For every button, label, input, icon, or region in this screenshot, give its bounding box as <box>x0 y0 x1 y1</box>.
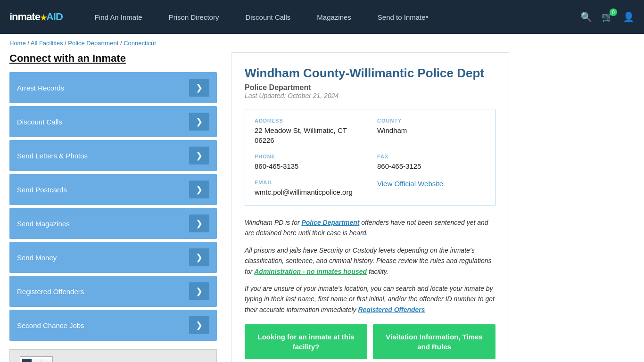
sidebar-btn-send-postcards[interactable]: Send Postcards ❯ <box>9 174 217 205</box>
county-value: Windham <box>377 125 486 135</box>
nav-discount-calls[interactable]: Discount Calls <box>232 0 304 34</box>
phone-block: PHONE 860-465-3135 <box>255 154 363 171</box>
looking-for-inmate-button[interactable]: Looking for an inmate at this facility? <box>245 324 367 359</box>
desc-paragraph-3: If you are unsure of your inmate’s locat… <box>245 283 495 315</box>
bottom-buttons: Looking for an inmate at this facility? … <box>245 324 495 359</box>
facility-type: Police Department <box>245 83 495 92</box>
registered-offenders-link[interactable]: Registered Offenders <box>358 306 425 313</box>
sidebar-btn-second-chance[interactable]: Second Chance Jobs ❯ <box>9 310 217 341</box>
description: Windham PD is for Police Department offe… <box>245 217 495 315</box>
address-block: ADDRESS 22 Meadow St, Willimatic, CT 062… <box>255 118 363 145</box>
facility-name: Windham County-Willimantic Police Dept <box>245 66 495 81</box>
nav-magazines[interactable]: Magazines <box>304 0 364 34</box>
email-label: EMAIL <box>255 180 363 185</box>
arrow-icon: ❯ <box>189 214 209 232</box>
header: inmate★AID Find An Inmate Prison Directo… <box>0 0 644 34</box>
arrow-icon: ❯ <box>189 113 209 131</box>
sidebar-btn-send-magazines[interactable]: Send Magazines ❯ <box>9 208 217 239</box>
nav-send-to-inmate[interactable]: Send to Inmate <box>364 0 442 34</box>
desc1-highlight-link[interactable]: Police Department <box>301 219 359 226</box>
sidebar-btn-send-letters[interactable]: Send Letters & Photos ❯ <box>9 140 217 171</box>
breadcrumb-all-facilities[interactable]: All Facilities <box>31 40 63 47</box>
email-value: wmtc.pol@willimanticpolice.org <box>255 187 363 197</box>
arrow-icon: ❯ <box>189 79 209 97</box>
sidebar-btn-arrest-records[interactable]: Arrest Records ❯ <box>9 72 217 103</box>
nav-prison-directory[interactable]: Prison Directory <box>156 0 232 34</box>
logo[interactable]: inmate★AID <box>9 11 63 23</box>
cart-badge: 0 <box>610 8 617 16</box>
facility-updated: Last Updated: October 21, 2024 <box>245 92 495 99</box>
phone-label: PHONE <box>255 154 363 159</box>
content-area: Windham County-Willimantic Police Dept P… <box>231 52 509 362</box>
breadcrumb-police-dept[interactable]: Police Department <box>68 40 118 47</box>
visitation-info-button[interactable]: Visitation Information, Times and Rules <box>373 324 495 359</box>
sidebar-btn-discount-calls[interactable]: Discount Calls ❯ <box>9 106 217 137</box>
breadcrumb-connecticut[interactable]: Connecticut <box>124 40 156 47</box>
ad-puzzle-image: 1 4 5 <box>20 356 53 362</box>
fax-label: FAX <box>377 154 486 159</box>
desc-paragraph-1: Windham PD is for Police Department offe… <box>245 217 495 239</box>
sidebar-btn-send-money[interactable]: Send Money ❯ <box>9 242 217 273</box>
ad-text: YEARLY PUZZLE BOOK SUBSCRIPTIONS STARTIN… <box>57 355 206 362</box>
desc2-highlight-link[interactable]: Administration - no inmates housed <box>254 268 367 275</box>
county-block: COUNTY Windham <box>377 118 486 145</box>
logo-text: inmate★AID <box>9 11 63 23</box>
fax-block: FAX 860-465-3125 <box>377 154 486 171</box>
arrow-icon: ❯ <box>189 248 209 266</box>
main-content: Connect with an Inmate Arrest Records ❯ … <box>0 52 519 362</box>
website-block: View Official Website <box>377 180 486 197</box>
view-official-website-link[interactable]: View Official Website <box>377 180 443 188</box>
logo-star-icon: ★ <box>40 14 46 22</box>
cart-icon[interactable]: 🛒 0 <box>602 11 613 23</box>
fax-value: 860-465-3125 <box>377 161 486 171</box>
nav-find-inmate[interactable]: Find An Inmate <box>82 0 156 34</box>
arrow-icon: ❯ <box>189 316 209 334</box>
arrow-icon: ❯ <box>189 181 209 198</box>
arrow-icon: ❯ <box>189 147 209 165</box>
search-icon[interactable]: 🔍 <box>580 11 592 23</box>
ad-banner[interactable]: 1 4 5 YEARLY PUZZLE BOOK SUBSCRIPTIONS S… <box>9 349 217 362</box>
info-grid: ADDRESS 22 Meadow St, Willimatic, CT 062… <box>245 109 495 206</box>
user-icon[interactable]: 👤 <box>623 11 635 23</box>
nav-icons: 🔍 🛒 0 👤 <box>580 11 635 23</box>
desc-paragraph-2: All prisons and jails have Security or C… <box>245 245 495 277</box>
arrow-icon: ❯ <box>189 282 209 300</box>
sidebar-title: Connect with an Inmate <box>9 52 217 65</box>
svg-rect-6 <box>22 359 32 362</box>
ad-title-puzzle: YEARLY PUZZLE BOOK <box>61 360 202 362</box>
main-nav: Find An Inmate Prison Directory Discount… <box>82 0 580 34</box>
address-label: ADDRESS <box>255 118 363 123</box>
phone-value: 860-465-3135 <box>255 161 363 171</box>
county-label: COUNTY <box>377 118 486 123</box>
address-value: 22 Meadow St, Willimatic, CT 06226 <box>255 125 363 145</box>
sidebar-btn-registered-offenders[interactable]: Registered Offenders ❯ <box>9 276 217 307</box>
email-block: EMAIL wmtc.pol@willimanticpolice.org <box>255 180 363 197</box>
sidebar: Connect with an Inmate Arrest Records ❯ … <box>9 52 217 362</box>
breadcrumb-home[interactable]: Home <box>9 40 26 47</box>
breadcrumb: Home / All Facilities / Police Departmen… <box>0 34 644 52</box>
